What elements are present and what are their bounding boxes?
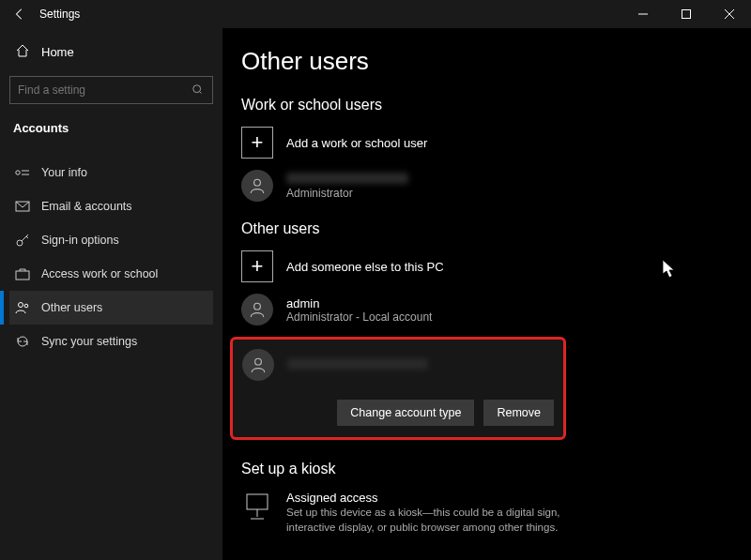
sidebar-item-label: Sign-in options <box>41 234 119 247</box>
briefcase-icon <box>15 267 30 280</box>
assigned-access-desc: Set up this device as a kiosk—this could… <box>286 505 568 535</box>
content-pane: Other users Work or school users + Add a… <box>222 28 751 560</box>
add-work-school-label: Add a work or school user <box>286 136 427 150</box>
svg-line-10 <box>26 236 28 238</box>
svg-point-13 <box>24 304 28 308</box>
plus-icon: + <box>241 250 273 282</box>
avatar-icon <box>241 170 273 202</box>
add-work-school-user[interactable]: + Add a work or school user <box>241 127 751 159</box>
sidebar-item-email-accounts[interactable]: Email & accounts <box>9 189 213 223</box>
work-school-user-role: Administrator <box>286 187 408 200</box>
maximize-button[interactable] <box>665 0 708 28</box>
settings-window: Settings Home <box>0 0 751 560</box>
remove-button[interactable]: Remove <box>483 400 554 426</box>
other-user-admin-name: admin <box>286 296 432 310</box>
svg-point-12 <box>19 303 23 308</box>
selected-user-name <box>287 358 428 372</box>
svg-point-14 <box>254 179 261 186</box>
sidebar-item-other-users[interactable]: Other users <box>9 291 213 325</box>
svg-point-2 <box>193 85 201 93</box>
svg-point-4 <box>16 171 20 174</box>
selected-user-panel: Change account type Remove <box>230 337 566 440</box>
svg-line-3 <box>200 92 202 94</box>
close-button[interactable] <box>708 0 751 28</box>
sidebar-item-label: Other users <box>41 301 102 314</box>
your-info-icon <box>15 168 30 177</box>
other-user-admin[interactable]: admin Administrator - Local account <box>241 294 751 325</box>
sidebar-home[interactable]: Home <box>9 36 213 68</box>
svg-rect-17 <box>247 494 268 509</box>
search-input[interactable] <box>10 77 212 103</box>
title-bar-left: Settings <box>0 8 80 21</box>
sidebar-item-access-work-school[interactable]: Access work or school <box>9 257 213 291</box>
svg-point-16 <box>255 358 262 365</box>
plus-icon: + <box>241 127 273 159</box>
sidebar-nav: Your info Email & accounts Sign-in optio… <box>9 156 213 358</box>
search-icon <box>192 83 205 100</box>
work-school-user-entry[interactable]: Administrator <box>241 170 751 202</box>
sync-icon <box>15 334 30 349</box>
other-user-admin-role: Administrator - Local account <box>286 310 432 324</box>
key-icon <box>15 233 30 248</box>
kiosk-heading: Set up a kiosk <box>241 461 751 477</box>
minimize-button[interactable] <box>621 0 665 28</box>
work-school-user-name <box>286 173 408 187</box>
sidebar-item-label: Access work or school <box>41 267 158 280</box>
window-controls <box>621 0 751 28</box>
other-users-heading: Other users <box>241 220 751 237</box>
home-icon <box>15 43 30 61</box>
kiosk-icon <box>241 491 273 535</box>
kiosk-section: Set up a kiosk Assigned access Set up th… <box>241 461 751 535</box>
sidebar-item-label: Email & accounts <box>41 200 132 213</box>
work-school-heading: Work or school users <box>241 97 751 114</box>
sidebar-item-label: Your info <box>41 166 87 179</box>
add-other-user-label: Add someone else to this PC <box>286 260 444 274</box>
avatar-icon <box>242 349 274 381</box>
selected-user-entry[interactable] <box>242 349 554 381</box>
selected-user-actions: Change account type Remove <box>242 400 554 426</box>
app-title: Settings <box>39 8 80 21</box>
sidebar-category: Accounts <box>9 115 213 144</box>
sidebar-item-sign-in-options[interactable]: Sign-in options <box>9 223 213 257</box>
svg-point-15 <box>254 303 261 310</box>
sidebar-item-sync-settings[interactable]: Sync your settings <box>9 325 213 358</box>
back-button[interactable] <box>13 8 26 21</box>
email-icon <box>15 201 30 212</box>
work-school-section: Work or school users + Add a work or sch… <box>241 97 751 202</box>
sidebar-item-label: Sync your settings <box>41 335 137 348</box>
page-title: Other users <box>241 47 751 76</box>
assigned-access-row[interactable]: Assigned access Set up this device as a … <box>241 491 751 535</box>
svg-rect-1 <box>682 10 691 19</box>
add-other-user[interactable]: + Add someone else to this PC <box>241 250 751 282</box>
sidebar-item-your-info[interactable]: Your info <box>9 156 213 189</box>
sidebar: Home Accounts Your info <box>0 28 222 560</box>
svg-rect-11 <box>16 271 29 280</box>
people-icon <box>15 301 30 314</box>
other-users-section: Other users + Add someone else to this P… <box>241 220 751 440</box>
search-box[interactable] <box>9 76 213 104</box>
avatar-icon <box>241 294 273 325</box>
assigned-access-title: Assigned access <box>286 491 568 505</box>
sidebar-home-label: Home <box>41 45 74 59</box>
title-bar: Settings <box>0 0 751 28</box>
change-account-type-button[interactable]: Change account type <box>337 400 474 426</box>
